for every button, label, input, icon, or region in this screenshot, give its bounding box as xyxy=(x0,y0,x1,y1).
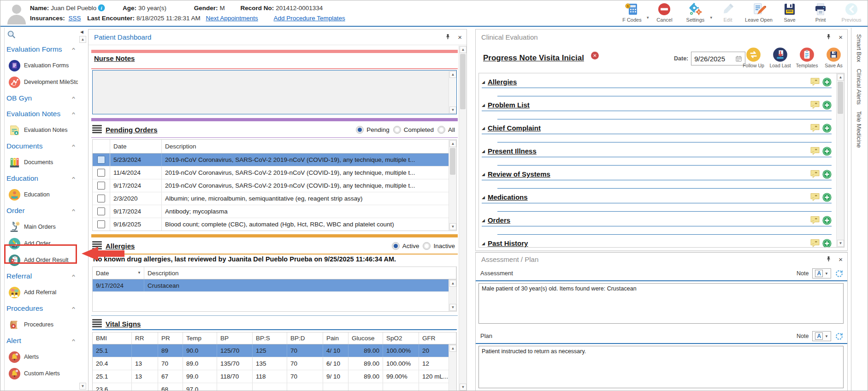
dropdown-caret-icon[interactable]: ▾ xyxy=(710,15,712,20)
sidebar-scroll-up-icon[interactable]: ▲ xyxy=(79,36,86,43)
quote-note-icon[interactable]: ..” xyxy=(810,101,820,109)
pending-order-row[interactable]: 9/17/20242019-nCoV Coronavirus, SARS-CoV… xyxy=(93,179,456,192)
pin-icon[interactable] xyxy=(826,255,831,264)
search-icon[interactable] xyxy=(6,33,17,41)
close-icon[interactable]: × xyxy=(458,34,462,41)
sidebar-item-documents[interactable]: Documents xyxy=(5,154,78,171)
collapse-chevron-icon[interactable]: ^ xyxy=(72,143,75,148)
sidebar-group-ob-gyn[interactable]: OB Gyn^ xyxy=(5,90,78,106)
sidebar-item-evaluation-forms[interactable]: Evaluation Forms xyxy=(5,57,78,74)
row-checkbox[interactable] xyxy=(97,220,105,228)
filter-dropdown-icon[interactable]: ▼ xyxy=(137,267,141,279)
sidebar-item-add-order[interactable]: Add Order xyxy=(5,235,78,252)
sidebar-scroll-down-icon[interactable]: ▼ xyxy=(79,383,86,390)
vital-signs-row[interactable]: 25.1136799.0118/70118709/ 1089.0099.00%1… xyxy=(93,370,456,383)
radio-icon[interactable] xyxy=(393,126,401,134)
date-column-header[interactable]: Date▼ xyxy=(93,267,144,279)
menu-icon[interactable] xyxy=(92,125,102,134)
close-icon[interactable]: × xyxy=(838,256,843,263)
collapse-chevron-icon[interactable]: ^ xyxy=(72,338,75,343)
date-input[interactable]: 9/26/2025 xyxy=(691,52,745,65)
close-icon[interactable]: × xyxy=(838,34,843,41)
quote-note-icon[interactable]: ..” xyxy=(810,216,820,225)
assessment-note-button[interactable]: A▼ xyxy=(812,268,831,278)
vital-column-header[interactable]: SpO2 xyxy=(383,332,419,344)
sidebar-item-add-order-result[interactable]: Add Order Result xyxy=(5,252,78,268)
sidebar-group-referral[interactable]: Referral^ xyxy=(5,268,78,284)
sidebar-group-procedures[interactable]: Procedures^ xyxy=(5,301,78,316)
section-title[interactable]: Allergies xyxy=(488,78,517,86)
vital-column-header[interactable]: RR xyxy=(132,332,158,344)
sidebar-item-main-orders[interactable]: Main Orders xyxy=(5,219,78,235)
nurse-notes-textarea[interactable]: ▲ ▼ xyxy=(92,70,457,114)
scrollbar-thumb[interactable] xyxy=(460,54,466,109)
scroll-down-icon[interactable]: ▼ xyxy=(837,240,844,247)
vital-signs-row[interactable]: 23.66897.0 xyxy=(93,383,456,391)
vital-column-header[interactable]: PR xyxy=(158,332,183,344)
sidebar-item-education[interactable]: Education xyxy=(5,186,78,203)
plan-refresh-icon[interactable] xyxy=(835,332,844,341)
collapse-chevron-icon[interactable]: ^ xyxy=(72,111,75,116)
add-entry-icon[interactable] xyxy=(822,147,832,156)
leave-open-button[interactable]: Leave Open xyxy=(746,2,771,23)
filter-radio-active[interactable]: Active xyxy=(392,242,419,250)
scroll-up-icon[interactable]: ▲ xyxy=(449,280,456,287)
row-checkbox[interactable] xyxy=(97,195,105,202)
section-title[interactable]: Medications xyxy=(488,193,528,201)
collapse-chevron-icon[interactable]: ^ xyxy=(72,273,75,278)
date-column-header[interactable]: Date xyxy=(110,140,162,153)
scroll-up-icon[interactable]: ▲ xyxy=(449,71,456,78)
add-entry-icon[interactable] xyxy=(822,170,832,179)
section-title[interactable]: Orders xyxy=(488,216,510,224)
info-icon[interactable]: i xyxy=(98,4,105,12)
quote-note-icon[interactable]: ..” xyxy=(810,193,820,201)
insurances-link[interactable]: SSS xyxy=(69,15,81,22)
row-checkbox[interactable] xyxy=(97,156,105,164)
vital-column-header[interactable]: GFR xyxy=(419,332,456,344)
radio-selected-icon[interactable] xyxy=(356,126,364,134)
quote-note-icon[interactable]: ..” xyxy=(810,170,820,178)
vital-signs-row[interactable]: 20.4137089.0135/70135706/ 1089.00100.00%… xyxy=(93,357,456,370)
expander-triangle-icon[interactable]: ◢ xyxy=(482,80,485,84)
menu-icon[interactable] xyxy=(92,319,102,328)
expander-triangle-icon[interactable]: ◢ xyxy=(482,149,485,154)
filter-radio-all[interactable]: All xyxy=(437,126,455,134)
assessment-textarea[interactable]: Male patient of 30 year(s) old. Items fo… xyxy=(478,283,844,324)
menu-icon[interactable] xyxy=(92,241,102,250)
section-title[interactable]: Past History xyxy=(488,239,528,247)
description-column-header[interactable]: Description▲ xyxy=(162,140,456,153)
scroll-up-icon[interactable]: ▲ xyxy=(460,46,466,53)
sidebar-group-alert[interactable]: Alert^ xyxy=(5,333,78,349)
collapse-chevron-icon[interactable]: ^ xyxy=(72,306,75,311)
filter-radio-pending[interactable]: Pending xyxy=(356,126,390,134)
sidebar-item-development-milestones[interactable]: Development MileStones xyxy=(5,74,78,90)
add-procedure-templates-link[interactable]: Add Procedure Templates xyxy=(274,15,345,22)
sidebar-item-alerts[interactable]: 1Alerts xyxy=(5,349,78,365)
settings-button[interactable]: Settings xyxy=(683,2,708,23)
templates-button[interactable]: Templates xyxy=(795,47,819,68)
scrollbar-thumb[interactable] xyxy=(838,82,843,114)
row-checkbox[interactable] xyxy=(97,169,105,177)
add-entry-icon[interactable] xyxy=(822,101,832,110)
plan-note-button[interactable]: A▼ xyxy=(812,331,831,341)
quote-note-icon[interactable]: ..” xyxy=(810,147,820,155)
quote-note-icon[interactable]: ..” xyxy=(810,239,820,247)
cancel-button[interactable]: Cancel xyxy=(652,2,677,23)
section-title[interactable]: Problem List xyxy=(488,101,530,109)
expander-triangle-icon[interactable]: ◢ xyxy=(482,172,485,177)
load-last-button[interactable]: Load Last xyxy=(768,47,792,68)
dropdown-caret-icon[interactable]: ▾ xyxy=(647,15,649,20)
add-entry-icon[interactable] xyxy=(822,124,832,133)
sidebar-group-order[interactable]: Order^ xyxy=(5,203,78,219)
sidebar-group-documents[interactable]: Documents^ xyxy=(5,138,78,154)
expander-triangle-icon[interactable]: ◢ xyxy=(482,195,485,200)
follow-up-button[interactable]: Follow Up xyxy=(742,47,765,68)
scroll-up-icon[interactable]: ▲ xyxy=(449,345,456,352)
section-title[interactable]: Review of Systems xyxy=(488,170,550,178)
pending-order-row[interactable]: 5/23/20242019-nCoV Coronavirus, SARS-CoV… xyxy=(93,154,456,166)
sidebar-item-add-referral[interactable]: Add Referral xyxy=(5,284,78,301)
filter-radio-completed[interactable]: Completed xyxy=(393,126,434,134)
quote-note-icon[interactable]: ..” xyxy=(810,124,820,132)
section-title[interactable]: Chief Complaint xyxy=(488,124,541,132)
scroll-down-icon[interactable]: ▼ xyxy=(449,223,456,230)
